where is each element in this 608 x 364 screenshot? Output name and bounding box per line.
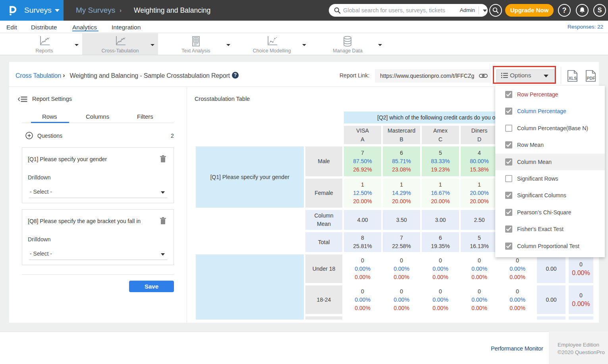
svg-text:PDF: PDF	[587, 76, 596, 81]
svg-text:XLS: XLS	[569, 76, 577, 81]
